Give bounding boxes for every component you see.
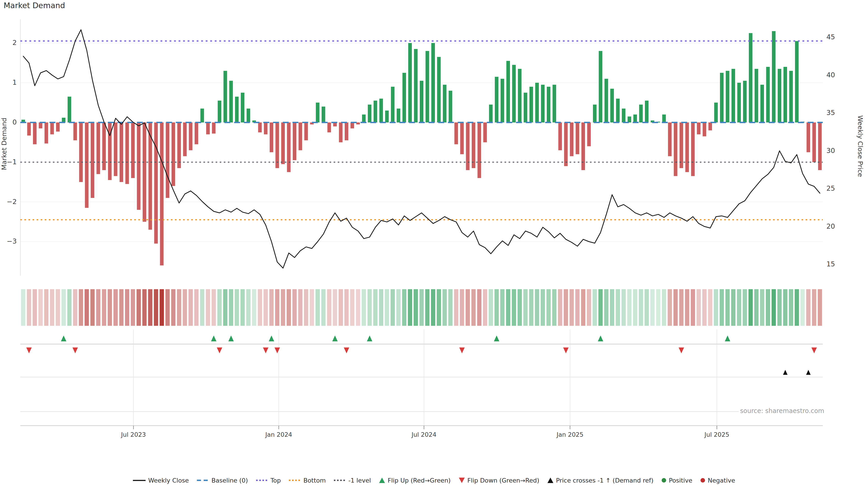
heatmap-cell xyxy=(183,289,187,326)
demand-bar xyxy=(299,123,302,150)
heatmap-cell xyxy=(350,289,354,326)
dots-swatch-icon xyxy=(289,480,301,481)
demand-bar xyxy=(143,123,146,222)
heatmap-cell xyxy=(258,289,262,326)
demand-bar xyxy=(345,123,348,140)
demand-bar xyxy=(218,101,221,123)
flip-up-marker xyxy=(494,335,499,341)
demand-bar xyxy=(524,93,527,123)
demand-bar xyxy=(732,69,735,123)
heatmap-cell xyxy=(766,289,770,326)
heatmap-cell xyxy=(685,289,689,326)
heatmap-cell xyxy=(246,289,250,326)
demand-bar xyxy=(668,123,672,156)
heatmap-cell xyxy=(200,289,204,326)
heatmap-cell xyxy=(477,289,482,326)
legend-item-label: Flip Down (Green→Red) xyxy=(467,477,539,484)
heatmap-cell xyxy=(535,289,539,326)
right-tick-label: 25 xyxy=(827,184,835,192)
demand-bar xyxy=(449,91,452,123)
demand-bar xyxy=(293,123,296,160)
demand-bar xyxy=(125,123,129,184)
heatmap-cell xyxy=(471,289,475,326)
demand-bar xyxy=(633,115,637,123)
heatmap-cell xyxy=(396,289,401,326)
flip-up-marker xyxy=(598,335,603,341)
price-cross-marker xyxy=(783,370,787,375)
heatmap-cell xyxy=(96,289,100,326)
heatmap-cell xyxy=(546,289,551,326)
heatmap-cell xyxy=(442,289,447,326)
legend-item-label: Positive xyxy=(669,477,692,484)
demand-bar xyxy=(703,123,706,136)
heatmap-cell xyxy=(119,289,123,326)
heatmap-cell xyxy=(483,289,487,326)
heatmap-cell xyxy=(575,289,580,326)
demand-bar xyxy=(437,57,441,123)
x-tick-label: Jan 2024 xyxy=(266,431,292,438)
heatmap-cell xyxy=(420,289,424,326)
heatmap-cell xyxy=(720,289,724,326)
heatmap-cell xyxy=(800,289,805,326)
legend-item-label: Bottom xyxy=(303,477,326,484)
demand-bar xyxy=(102,123,106,170)
right-tick-label: 30 xyxy=(827,147,835,155)
heatmap-cell xyxy=(56,289,60,326)
heatmap-cell xyxy=(448,289,453,326)
heatmap-cell xyxy=(691,289,695,326)
demand-bar xyxy=(662,115,666,123)
demand-bar xyxy=(166,123,169,198)
demand-bar xyxy=(287,123,291,172)
demand-bar xyxy=(304,123,308,140)
demand-bar xyxy=(812,123,816,162)
heatmap-cell xyxy=(437,289,441,326)
demand-bar xyxy=(616,99,620,123)
demand-bar xyxy=(587,123,591,146)
heatmap-cell xyxy=(489,289,493,326)
flip-down-marker xyxy=(459,348,465,353)
legend-item: Flip Down (Green→Red) xyxy=(459,477,539,484)
demand-bar xyxy=(270,123,273,152)
demand-bar xyxy=(160,123,164,265)
heatmap-cell xyxy=(789,289,793,326)
legend-item: Price crosses -1 ↑ (Demand ref) xyxy=(548,477,653,484)
demand-bar xyxy=(610,89,614,123)
heatmap-cell xyxy=(466,289,470,326)
demand-bar xyxy=(223,71,227,123)
demand-bar xyxy=(44,123,48,143)
demand-bar xyxy=(426,51,429,123)
demand-bar xyxy=(96,123,100,174)
demand-bar xyxy=(789,71,793,123)
demand-bar xyxy=(599,51,602,123)
heatmap-cell xyxy=(287,289,291,326)
flip-down-marker xyxy=(563,348,568,353)
heatmap-cell xyxy=(656,289,660,326)
heatmap-cell xyxy=(136,289,141,326)
demand-bar xyxy=(466,123,469,170)
demand-bar xyxy=(264,123,268,134)
flip-up-marker xyxy=(269,335,274,341)
demand-bar xyxy=(743,80,747,123)
heatmap-cell xyxy=(425,289,430,326)
heatmap-cell xyxy=(541,289,545,326)
heatmap-cell xyxy=(633,289,637,326)
demand-bar xyxy=(85,123,89,208)
heatmap-cell xyxy=(292,289,297,326)
demand-bar xyxy=(79,123,83,182)
heatmap-cell xyxy=(385,289,389,326)
demand-bar xyxy=(258,123,262,132)
demand-bar xyxy=(547,87,550,123)
heatmap-cell xyxy=(581,289,585,326)
heatmap-cell xyxy=(269,289,274,326)
heatmap-cell xyxy=(304,289,308,326)
heatmap-cell xyxy=(85,289,89,326)
heatmap-cell xyxy=(38,289,43,326)
heatmap-cell xyxy=(264,289,268,326)
flip-down-marker xyxy=(275,348,280,353)
heatmap-cell xyxy=(143,289,147,326)
demand-bar xyxy=(27,123,31,135)
heatmap-cell xyxy=(235,289,239,326)
right-tick-label: 45 xyxy=(827,33,835,41)
flip-up-marker xyxy=(725,335,730,341)
legend-item-label: Baseline (0) xyxy=(211,477,248,484)
